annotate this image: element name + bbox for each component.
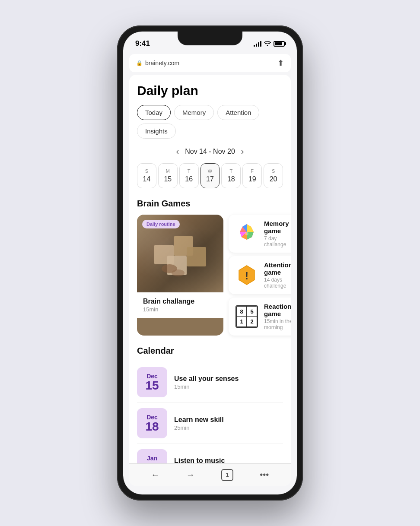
page-wrapper: 9:41 [0,0,420,526]
week-nav: ‹ Nov 14 - Nov 20 › [137,146,283,156]
notch [178,32,242,45]
memory-game-info: Memory game 7 day challange [264,220,291,247]
puzzle-card-duration: 15min [143,306,217,313]
brain-games-title: Brain Games [137,199,283,209]
attention-game-info: Attention game 14 days challenge [264,261,291,289]
more-options-button[interactable]: ••• [260,470,269,480]
browser-bottom-bar: ← → 1 ••• [129,463,291,486]
tab-attention[interactable]: Attention [217,105,259,120]
day-letter: F [251,168,254,174]
attention-game-card[interactable]: ! Attention game 14 days challenge [229,256,291,294]
tab-memory[interactable]: Memory [174,105,214,120]
cal-day: 18 [145,421,159,433]
grid-cell-4: 2 [247,317,257,327]
next-week-button[interactable]: › [241,146,244,156]
day-num: 20 [270,175,277,183]
svg-point-5 [172,269,185,276]
day-num: 14 [143,175,151,183]
week-label: Nov 14 - Nov 20 [185,148,235,155]
day-letter: S [145,168,148,174]
lock-icon: 🔒 [136,60,143,66]
day-letter: T [230,168,233,174]
cal-day: 15 [145,380,159,392]
browser-url: 🔒 brainety.com [136,60,179,67]
reaction-game-subtitle: 15min in the morning [264,318,291,330]
grid-cell-3: 1 [236,317,247,327]
brain-games-row: Daily routine Brain challange 15min [137,215,283,336]
reaction-grid: 8 5 1 2 [235,305,258,328]
tab-today[interactable]: Today [137,105,171,120]
grid-cell-2: 5 [247,306,257,317]
reaction-game-icon: 8 5 1 2 [235,304,259,329]
tabs-container: Today Memory Attention Insights [137,105,283,139]
svg-text:!: ! [245,270,248,282]
puzzle-card[interactable]: Daily routine Brain challange 15min [137,215,223,336]
browser-bar[interactable]: 🔒 brainety.com ⬆ [129,54,291,72]
memory-game-icon [235,222,259,246]
svg-rect-3 [187,247,206,266]
prev-week-button[interactable]: ‹ [176,146,179,156]
screen-content: Daily plan Today Memory Attention Insigh… [129,75,291,486]
svg-point-12 [245,232,248,235]
cal-item-duration: 15min [174,383,283,390]
day-picker: S 14 M 15 T 16 W 17 [137,163,283,188]
share-button[interactable]: ⬆ [277,58,284,68]
day-cell-sun[interactable]: S 14 [137,163,156,188]
reaction-game-title: Reaction game [264,303,291,317]
cal-info-dec18: Learn new skill 25min [174,416,283,431]
day-num: 19 [248,175,256,183]
day-num: 16 [185,175,193,183]
tab-count[interactable]: 1 [221,469,233,481]
game-list: Memory game 7 day challange [229,215,291,336]
phone-screen: 9:41 [123,32,297,494]
content-scroll: Daily plan Today Memory Attention Insigh… [129,75,291,486]
signal-icon [254,41,261,47]
day-cell-fri[interactable]: F 19 [242,163,262,188]
puzzle-image: Daily routine [137,215,223,292]
day-num: 15 [164,175,172,183]
day-letter: M [166,168,170,174]
back-button[interactable]: ← [151,470,160,480]
tab-insights[interactable]: Insights [137,124,176,139]
wifi-icon [264,40,271,47]
status-icons [254,40,285,47]
puzzle-card-title: Brain challange [143,298,217,305]
day-letter: W [208,168,212,174]
daily-routine-badge: Daily routine [142,220,180,228]
day-cell-thu[interactable]: T 18 [221,163,241,188]
attention-game-subtitle: 14 days challenge [264,277,291,289]
url-text: brainety.com [145,60,179,67]
calendar-item-dec15[interactable]: Dec 15 Use all your senses 15min [137,362,283,403]
battery-icon [274,41,285,47]
cal-item-title: Use all your senses [174,375,283,383]
cal-item-duration: 25min [174,425,283,431]
attention-game-title: Attention game [264,261,291,276]
status-time: 9:41 [135,39,150,48]
day-cell-tue[interactable]: T 16 [179,163,199,188]
day-letter: S [272,168,275,174]
day-cell-sat[interactable]: S 20 [264,163,283,188]
cal-info-dec15: Use all your senses 15min [174,375,283,390]
calendar-title: Calendar [137,346,283,356]
day-num: 18 [227,175,235,183]
day-cell-wed[interactable]: W 17 [200,163,220,188]
day-num: 17 [206,175,214,183]
forward-button[interactable]: → [186,470,195,480]
reaction-game-card[interactable]: 8 5 1 2 Reaction game 15min in the morni… [229,298,291,336]
cal-item-title: Learn new skill [174,416,283,424]
grid-cell-1: 8 [236,306,247,317]
puzzle-card-info: Brain challange 15min [137,292,223,318]
memory-game-card[interactable]: Memory game 7 day challange [229,215,291,253]
memory-game-subtitle: 7 day challange [264,235,291,247]
calendar-date-dec15: Dec 15 [137,367,167,397]
memory-game-title: Memory game [264,220,291,234]
day-cell-mon[interactable]: M 15 [158,163,178,188]
day-letter: T [188,168,191,174]
phone-shell: 9:41 [117,25,303,501]
attention-game-icon: ! [235,263,259,287]
calendar-date-dec18: Dec 18 [137,408,167,438]
svg-marker-7 [247,224,254,232]
calendar-item-dec18[interactable]: Dec 18 Learn new skill 25min [137,403,283,444]
reaction-game-info: Reaction game 15min in the morning [264,303,291,330]
page-title: Daily plan [137,83,283,98]
